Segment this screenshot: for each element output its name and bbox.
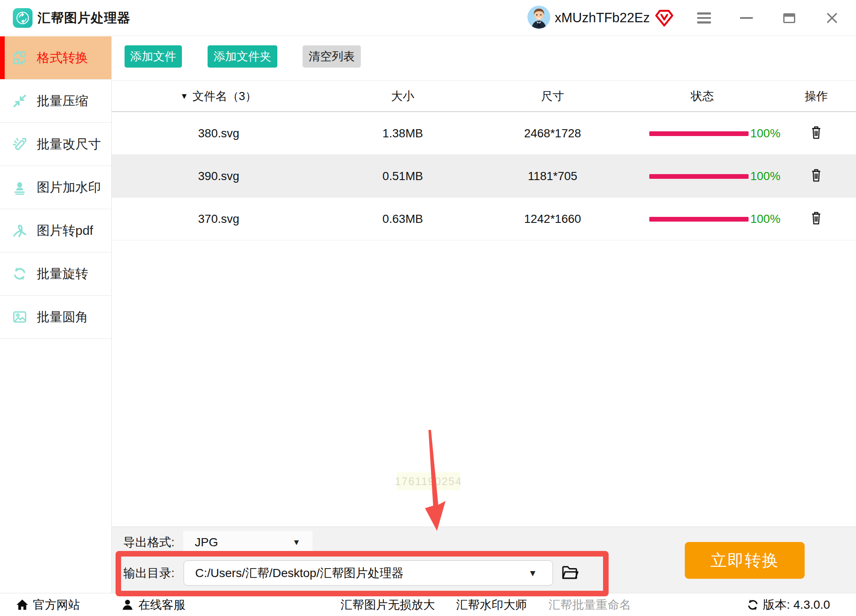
browse-folder-button[interactable] (560, 564, 579, 583)
file-dimensions: 1242*1660 (488, 198, 617, 240)
output-dir-combobox[interactable]: C:/Users/汇帮/Desktop/汇帮图片处理器 ▼ (184, 560, 553, 586)
file-dimensions: 2468*1728 (488, 112, 617, 154)
footer-link-watermark-master[interactable]: 汇帮水印大师 (456, 593, 527, 616)
batch-resize-icon (12, 136, 27, 152)
table-header: ▼ 文件名（3） 大小 尺寸 状态 操作 (112, 81, 856, 112)
add-folder-button[interactable]: 添加文件夹 (208, 45, 277, 68)
table-row: 370.svg 0.63MB 1242*1660 100% (112, 198, 856, 240)
trash-icon (808, 168, 824, 183)
close-icon (826, 12, 838, 24)
vip-badge-icon[interactable] (654, 8, 675, 28)
maximize-button[interactable] (776, 0, 802, 36)
output-dir-label: 输出目录: (123, 560, 175, 586)
footer-link-lossless-enlarge[interactable]: 汇帮图片无损放大 (341, 593, 435, 616)
version-info: 版本: 4.3.0.0 (746, 593, 830, 616)
pdf-icon (12, 223, 27, 238)
trial-watermark: 1761190254 (397, 472, 460, 490)
footer-link-batch-rename[interactable]: 汇帮批量重命名 (549, 593, 631, 616)
batch-compress-icon (12, 93, 27, 109)
column-header-status: 状态 (664, 81, 741, 111)
export-format-label: 导出格式: (123, 531, 175, 554)
batch-rotate-icon (12, 266, 27, 281)
sidebar-item-image-to-pdf[interactable]: 图片转pdf (0, 209, 111, 252)
column-header-filename[interactable]: ▼ 文件名（3） (180, 81, 326, 111)
sidebar-item-label: 格式转换 (37, 49, 88, 67)
minimize-button[interactable] (734, 0, 759, 36)
sidebar-item-batch-compress[interactable]: 批量压缩 (0, 80, 111, 123)
watermark-stamp-icon (12, 180, 27, 195)
output-dir-path: C:/Users/汇帮/Desktop/汇帮图片处理器 (195, 561, 404, 585)
delete-row-button[interactable] (808, 125, 825, 142)
export-format-select[interactable]: JPG ▼ (183, 531, 312, 554)
progress-bar (649, 174, 749, 179)
progress-percent: 100% (750, 198, 780, 240)
sidebar-item-label: 批量旋转 (37, 265, 88, 283)
file-name: 380.svg (146, 112, 291, 154)
delete-row-button[interactable] (808, 210, 825, 228)
customer-service-icon (121, 598, 134, 612)
file-name: 390.svg (146, 155, 291, 197)
sidebar-item-batch-resize[interactable]: 批量改尺寸 (0, 123, 111, 166)
chevron-down-icon: ▼ (528, 561, 537, 585)
hamburger-icon (697, 12, 711, 24)
column-header-size: 大小 (339, 81, 467, 111)
sidebar-item-label: 图片转pdf (37, 222, 93, 240)
file-size: 0.51MB (339, 155, 467, 197)
add-file-button[interactable]: 添加文件 (125, 45, 182, 68)
sidebar-item-label: 图片加水印 (37, 179, 101, 196)
sidebar-item-label: 批量压缩 (37, 92, 88, 110)
footer-link-official-site[interactable]: 官方网站 (15, 593, 80, 616)
version-value: 4.3.0.0 (794, 598, 830, 612)
column-header-action: 操作 (791, 81, 842, 111)
sidebar-item-batch-rounded[interactable]: 批量圆角 (0, 296, 111, 339)
user-avatar[interactable] (527, 6, 550, 29)
chevron-down-icon: ▼ (292, 531, 300, 554)
app-logo-icon (13, 8, 33, 28)
table-row: 390.svg 0.51MB 1181*705 100% (112, 155, 856, 198)
menu-button[interactable] (691, 0, 717, 36)
sidebar: 格式转换 批量压缩 批量改尺寸 (0, 36, 112, 593)
file-size: 0.63MB (339, 198, 467, 240)
format-convert-icon (12, 50, 27, 65)
username[interactable]: xMUzhTFb22Ez (555, 0, 650, 36)
trash-icon (808, 125, 824, 140)
footer-link-online-service[interactable]: 在线客服 (121, 593, 185, 616)
maximize-icon (783, 13, 795, 23)
sidebar-item-format-convert[interactable]: 格式转换 (0, 36, 111, 80)
app-title: 汇帮图片处理器 (38, 0, 131, 36)
file-dimensions: 1181*705 (488, 155, 617, 197)
progress-percent: 100% (750, 112, 780, 154)
footer-bar: 官方网站 在线客服 汇帮图片无损放大 汇帮水印大师 汇帮批量重命名 版本: (0, 593, 856, 616)
sort-desc-icon: ▼ (180, 92, 188, 101)
export-format-value: JPG (195, 531, 218, 554)
delete-row-button[interactable] (808, 168, 825, 185)
title-bar: 汇帮图片处理器 xMUzhTFb22Ez (0, 0, 856, 36)
clear-list-button[interactable]: 清空列表 (303, 45, 361, 68)
sidebar-item-watermark[interactable]: 图片加水印 (0, 166, 111, 209)
sidebar-item-batch-rotate[interactable]: 批量旋转 (0, 252, 111, 296)
trash-icon (808, 210, 824, 226)
folder-icon (561, 564, 579, 582)
table-row: 380.svg 1.38MB 2468*1728 100% (112, 112, 856, 155)
progress-bar (649, 217, 749, 222)
app-window: 汇帮图片处理器 xMUzhTFb22Ez (0, 0, 856, 616)
close-button[interactable] (819, 0, 845, 36)
progress-percent: 100% (750, 155, 780, 197)
column-header-dimensions: 尺寸 (488, 81, 617, 111)
rounded-corner-image-icon (12, 309, 27, 325)
file-size: 1.38MB (339, 112, 467, 154)
export-panel: 导出格式: JPG ▼ 输出目录: C:/Users/汇帮/Desktop/汇帮… (112, 527, 856, 593)
minimize-icon (740, 17, 753, 19)
home-icon (15, 598, 29, 612)
progress-bar (649, 131, 749, 136)
update-refresh-icon (746, 598, 759, 611)
sidebar-item-label: 批量改尺寸 (37, 136, 101, 153)
convert-now-button[interactable]: 立即转换 (685, 542, 805, 579)
version-label: 版本: (763, 597, 790, 613)
sidebar-item-label: 批量圆角 (37, 308, 88, 326)
file-name: 370.svg (146, 198, 291, 240)
